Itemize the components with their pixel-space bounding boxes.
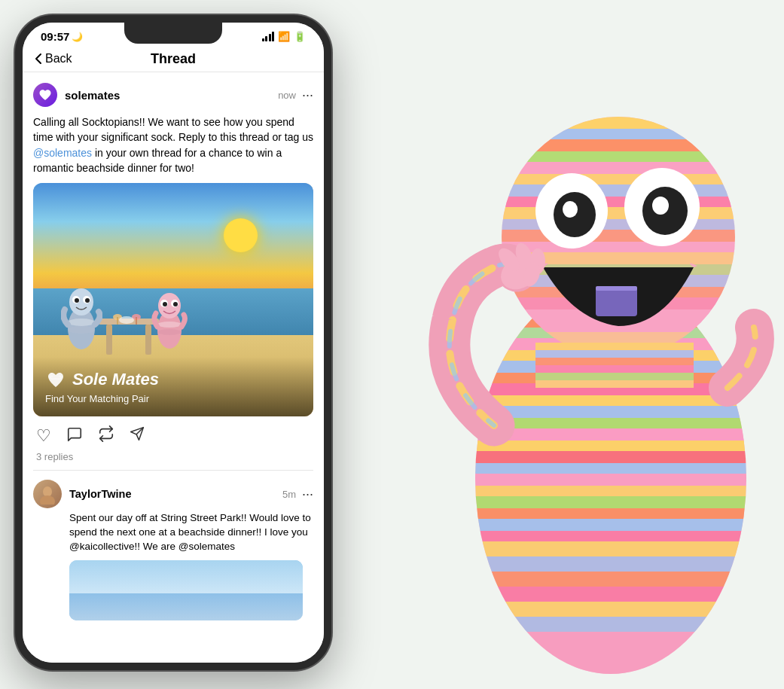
svg-rect-49 [475,496,746,508]
heart-logo-icon [38,88,52,102]
reply-mention2[interactable]: @solemates [178,541,235,552]
svg-rect-1 [106,325,112,355]
svg-rect-41 [475,406,746,418]
svg-rect-44 [475,441,746,451]
svg-point-9 [68,319,95,326]
svg-point-11 [69,288,93,316]
svg-rect-53 [475,541,746,556]
nav-title: Thread [151,51,196,67]
svg-rect-57 [475,602,746,617]
svg-point-10 [68,326,95,334]
brand-tagline: Find Your Matching Pair [45,393,301,404]
svg-point-83 [563,201,578,218]
replies-count: 3 replies [33,451,313,471]
status-time: 09:57 [41,30,69,43]
svg-rect-43 [475,428,746,441]
svg-rect-64 [502,139,735,151]
svg-point-15 [85,298,90,303]
reply-container: TaylorTwine 5m ··· Spent our day off at … [23,471,324,620]
svg-rect-66 [502,162,735,174]
svg-rect-55 [475,572,746,587]
notch [124,23,222,44]
like-button[interactable]: ♡ [36,426,51,446]
svg-rect-59 [475,632,746,681]
post-container: solemates now ··· Calling all Socktopian… [23,72,324,471]
svg-rect-98 [535,365,694,373]
svg-point-27 [40,495,55,505]
svg-rect-97 [535,358,694,365]
moon-icon: 🌙 [72,32,83,42]
svg-rect-68 [502,184,735,197]
svg-rect-62 [502,117,735,129]
share-button[interactable] [130,426,145,446]
svg-rect-40 [475,395,746,406]
reply-avatar [33,480,62,508]
reply-mention1[interactable]: @kaicollective [69,541,134,552]
svg-rect-54 [475,556,746,572]
wifi-icon: 📶 [278,31,290,42]
share-icon [130,426,145,441]
back-button[interactable]: Back [35,52,72,66]
svg-rect-58 [475,617,746,632]
svg-point-18 [157,329,182,335]
svg-rect-50 [475,508,746,519]
sock-left-svg [61,268,102,351]
svg-rect-42 [475,418,746,428]
reply-more-button[interactable]: ··· [302,486,313,502]
creature-svg [377,64,784,681]
image-overlay: Sole Mates Find Your Matching Pair [33,357,313,416]
reply-image-preview [69,560,303,620]
post-header: solemates now ··· [33,83,313,107]
svg-rect-100 [535,380,694,388]
post-body: Calling all Socktopians!! We want to see… [33,114,313,175]
reply-time: 5m [282,489,296,500]
svg-rect-45 [475,451,746,463]
svg-point-86 [652,197,669,215]
reply-body: Spent our day off at String Street Park!… [69,512,311,538]
svg-point-14 [75,298,79,303]
svg-rect-46 [475,463,746,474]
svg-rect-47 [475,474,746,486]
signal-icon [262,32,275,41]
svg-rect-48 [475,486,746,496]
repost-button[interactable] [98,425,114,447]
nav-bar: Back Thread [23,46,324,72]
svg-rect-4 [117,317,118,325]
svg-point-7 [119,316,134,324]
svg-point-26 [43,486,52,497]
svg-point-23 [173,302,178,306]
reply-header: TaylorTwine 5m ··· [33,480,313,508]
reply-body-mid: !! We are [134,541,178,552]
back-label: Back [45,52,72,66]
post-time: now [278,90,296,101]
post-image: Sole Mates Find Your Matching Pair [33,183,313,416]
svg-rect-99 [535,373,694,380]
reply-text: Spent our day off at String Street Park!… [33,511,313,554]
actions-row: ♡ [33,416,313,451]
svg-rect-65 [502,151,735,162]
post-meta: solemates now ··· [65,87,313,103]
comment-button[interactable] [66,426,83,447]
avatar [33,83,57,107]
repost-icon [98,425,114,442]
preview-ground [69,593,303,620]
reply-meta: TaylorTwine 5m ··· [69,486,313,502]
reply-username: TaylorTwine [69,488,131,500]
scene: 09:57 🌙 📶 🔋 [0,0,784,689]
reply-avatar-icon [37,483,58,505]
svg-rect-96 [535,350,694,358]
svg-rect-88 [596,286,637,291]
svg-rect-52 [475,531,746,541]
svg-point-22 [163,302,167,306]
battery-icon: 🔋 [294,31,306,42]
overlay-logo-row: Sole Mates [45,369,301,390]
status-icons: 📶 🔋 [262,31,307,42]
phone: 09:57 🌙 📶 🔋 [15,15,331,670]
creature-character [377,64,784,689]
svg-rect-51 [475,519,746,531]
post-mention[interactable]: @solemates [33,147,92,159]
svg-rect-71 [502,219,735,230]
svg-rect-6 [136,317,137,325]
svg-rect-63 [502,129,735,139]
more-options-button[interactable]: ··· [302,87,313,103]
